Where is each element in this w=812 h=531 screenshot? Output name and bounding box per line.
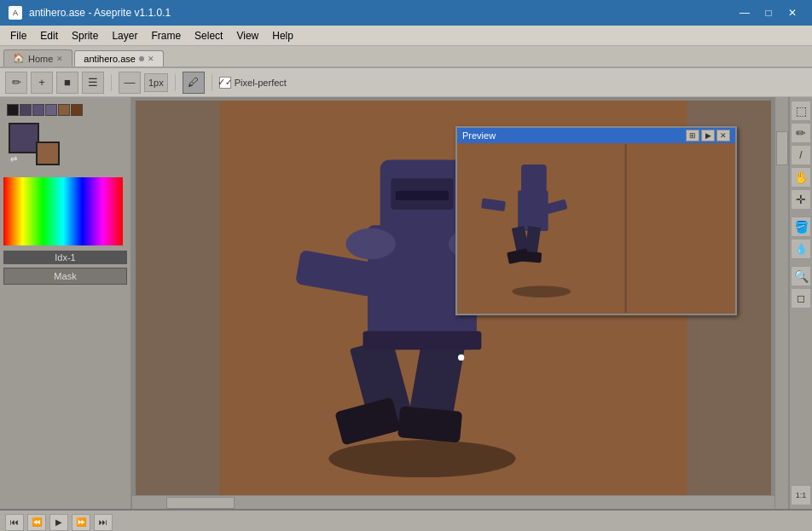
- svg-rect-20: [518, 191, 548, 231]
- tab-home-label: Home: [28, 54, 53, 64]
- fill-bucket-tool[interactable]: 🪣: [791, 216, 811, 237]
- title-bar-controls: — □ ✕: [734, 4, 803, 21]
- tab-antihero-close[interactable]: ✕: [148, 55, 154, 63]
- svg-rect-25: [521, 164, 547, 193]
- pixel-brush-button[interactable]: 🖊: [183, 72, 205, 94]
- idx-label: Idx-1: [3, 251, 127, 264]
- menu-bar: File Edit Sprite Layer Frame Select View…: [0, 26, 812, 46]
- swatch-5[interactable]: [58, 104, 70, 116]
- preview-close-button[interactable]: ✕: [716, 130, 730, 141]
- line-tool[interactable]: /: [791, 145, 811, 165]
- main-area: ⇄ Idx-1 Mask: [0, 97, 812, 509]
- preview-titlebar: Preview ⊞ ▶ ✕: [457, 128, 735, 143]
- preview-content: [457, 143, 735, 314]
- toolbar-separator-3: [212, 74, 212, 91]
- tab-antihero-label: antihero.ase: [84, 54, 136, 64]
- svg-rect-24: [521, 251, 542, 263]
- minimize-button[interactable]: —: [734, 4, 756, 21]
- swatch-6[interactable]: [71, 104, 83, 116]
- preview-window: Preview ⊞ ▶ ✕: [455, 126, 737, 315]
- bg-color-swatch[interactable]: [36, 141, 60, 165]
- menu-sprite[interactable]: Sprite: [65, 28, 105, 43]
- menu-view[interactable]: View: [229, 28, 265, 43]
- svg-point-12: [345, 228, 395, 260]
- swatch-2[interactable]: [20, 104, 32, 116]
- tab-bar: 🏠 Home ✕ antihero.ase ✕: [0, 46, 812, 68]
- mask-button[interactable]: Mask: [3, 268, 127, 285]
- menu-help[interactable]: Help: [265, 28, 300, 43]
- preview-play-button[interactable]: ▶: [701, 130, 715, 141]
- menu-file[interactable]: File: [3, 28, 33, 43]
- tab-home-close[interactable]: ✕: [56, 55, 63, 63]
- goto-last-frame-button[interactable]: ⏭: [94, 514, 113, 531]
- size-decrease-button[interactable]: —: [119, 72, 141, 94]
- pixel-perfect-checkbox[interactable]: ✓: [219, 77, 231, 89]
- fill-tool-button[interactable]: ■: [56, 72, 78, 94]
- title-bar-text: antihero.ase - Aseprite v1.1.0.1: [29, 7, 171, 19]
- eraser-tool-button[interactable]: +: [31, 72, 53, 94]
- tab-home[interactable]: 🏠 Home ✕: [3, 49, 72, 66]
- fg-color-swatch[interactable]: [9, 123, 39, 153]
- title-bar: A antihero.ase - Aseprite v1.1.0.1 — □ ✕: [0, 0, 812, 26]
- color-gradient[interactable]: [3, 177, 123, 245]
- svg-point-1: [328, 440, 515, 477]
- toolbar-separator-2: [175, 74, 176, 91]
- next-frame-button[interactable]: ⏩: [72, 514, 90, 531]
- pencil-tool[interactable]: ✏: [791, 123, 811, 143]
- menu-edit[interactable]: Edit: [33, 28, 65, 43]
- color-swatches: ⇄: [0, 97, 130, 174]
- toolbar: ✏ + ■ ☰ — 1px 🖊 ✓ Pixel-perfect: [0, 68, 812, 97]
- toolbar-separator-1: [111, 74, 112, 91]
- preview-title: Preview: [462, 130, 496, 141]
- move-tool[interactable]: ✛: [791, 189, 811, 210]
- animation-controls: ⏮ ⏪ ▶ ⏩ ⏭: [0, 511, 812, 531]
- pixel-perfect-label: Pixel-perfect: [235, 78, 287, 88]
- preview-controls: ⊞ ▶ ✕: [686, 130, 730, 141]
- settings-tool-button[interactable]: ☰: [82, 72, 104, 94]
- preview-fit-button[interactable]: ⊞: [686, 130, 699, 141]
- right-tools-panel: ⬚ ✏ / ✋ ✛ 🪣 💧 🔍 ◻ 1:1: [788, 97, 812, 509]
- pan-tool[interactable]: ✋: [791, 167, 811, 188]
- scrollbar-vertical[interactable]: [774, 97, 788, 509]
- swatch-3[interactable]: [32, 104, 44, 116]
- scroll-thumb-horizontal[interactable]: [166, 497, 235, 509]
- brush-tool-button[interactable]: ✏: [5, 72, 27, 94]
- svg-rect-9: [396, 191, 449, 200]
- close-button[interactable]: ✕: [781, 4, 803, 21]
- canvas-area[interactable]: Preview ⊞ ▶ ✕: [132, 97, 788, 509]
- eyedropper-tool[interactable]: 💧: [791, 239, 811, 259]
- menu-layer[interactable]: Layer: [105, 28, 144, 43]
- scroll-thumb-vertical[interactable]: [776, 131, 788, 165]
- swap-colors-icon[interactable]: ⇄: [10, 154, 17, 164]
- eraser-tool[interactable]: ◻: [791, 288, 811, 309]
- svg-point-19: [512, 286, 571, 297]
- title-bar-left: A antihero.ase - Aseprite v1.1.0.1: [9, 6, 171, 20]
- zoom-tool[interactable]: 🔍: [791, 266, 811, 286]
- pixel-perfect-control: ✓ Pixel-perfect: [219, 77, 287, 89]
- preview-sprite: [457, 143, 735, 314]
- menu-frame[interactable]: Frame: [144, 28, 188, 43]
- svg-point-15: [458, 355, 464, 361]
- goto-first-frame-button[interactable]: ⏮: [5, 514, 24, 531]
- scrollbar-horizontal[interactable]: [132, 495, 774, 509]
- swatch-1[interactable]: [7, 104, 19, 116]
- brush-size-label: 1px: [144, 73, 168, 92]
- timeline-area: ⏮ ⏪ ▶ ⏩ ⏭ 👁 🔒 🔗 ⚙ ⬜ 👁 🔒 🔗 ■ Arms: [0, 509, 812, 531]
- tab-antihero[interactable]: antihero.ase ✕: [74, 50, 164, 66]
- prev-frame-button[interactable]: ⏪: [27, 514, 46, 531]
- swatch-4[interactable]: [45, 104, 57, 116]
- select-rect-tool[interactable]: ⬚: [791, 101, 811, 121]
- zoom-ratio-button[interactable]: 1:1: [791, 485, 811, 505]
- svg-rect-6: [397, 407, 462, 443]
- menu-select[interactable]: Select: [188, 28, 229, 43]
- play-button[interactable]: ▶: [49, 514, 68, 531]
- maximize-button[interactable]: □: [757, 4, 780, 21]
- svg-rect-17: [626, 144, 735, 313]
- left-panel: ⇄ Idx-1 Mask: [0, 97, 132, 509]
- home-icon: 🏠: [13, 53, 25, 64]
- canvas-wrapper: Preview ⊞ ▶ ✕: [136, 101, 771, 505]
- modified-dot: [139, 56, 144, 61]
- svg-rect-14: [363, 331, 482, 349]
- app-icon: A: [9, 6, 22, 20]
